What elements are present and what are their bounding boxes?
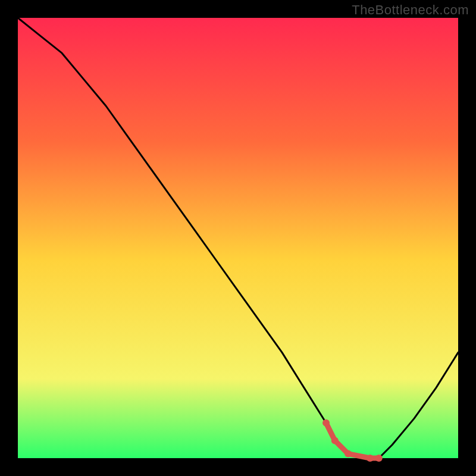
marker-dot bbox=[345, 450, 352, 458]
marker-dot bbox=[375, 455, 383, 462]
marker-dot bbox=[331, 437, 339, 444]
marker-dot bbox=[367, 455, 374, 462]
gradient-background bbox=[18, 18, 458, 458]
chart-frame: TheBottleneck.com bbox=[0, 0, 476, 476]
watermark-text: TheBottleneck.com bbox=[352, 2, 469, 18]
chart-svg bbox=[18, 18, 458, 458]
plot-area bbox=[18, 18, 458, 458]
marker-dot bbox=[322, 419, 330, 427]
